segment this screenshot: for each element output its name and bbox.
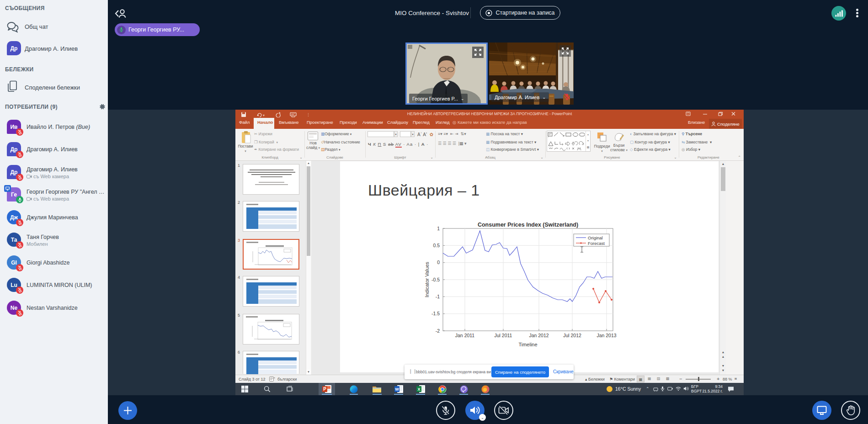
svg-text:-1.5: -1.5 xyxy=(431,311,440,316)
svg-text:Jan 2012: Jan 2012 xyxy=(529,333,548,338)
svg-text:-1: -1 xyxy=(436,294,440,299)
svg-text:-2: -2 xyxy=(436,328,440,334)
svg-text:Timeline: Timeline xyxy=(518,342,537,347)
svg-text:W: W xyxy=(395,387,399,392)
svg-text:Forecast: Forecast xyxy=(588,241,605,246)
svg-text:Jul 2011: Jul 2011 xyxy=(495,333,512,338)
svg-text:0.5: 0.5 xyxy=(433,243,440,248)
svg-text:Original: Original xyxy=(588,235,603,240)
svg-text:Jul 2012: Jul 2012 xyxy=(563,333,581,338)
svg-text:Jan 2013: Jan 2013 xyxy=(596,333,616,338)
svg-text:-0.5: -0.5 xyxy=(431,277,440,282)
svg-text:1: 1 xyxy=(437,226,440,231)
svg-text:X: X xyxy=(417,387,420,392)
svg-text:Jan 2011: Jan 2011 xyxy=(455,333,475,338)
svg-text:Indicator Values: Indicator Values xyxy=(424,261,430,297)
svg-text:P: P xyxy=(323,387,326,392)
svg-text:0: 0 xyxy=(437,260,440,265)
svg-text:Consumer Prices Index (Switzer: Consumer Prices Index (Switzerland) xyxy=(478,222,578,228)
